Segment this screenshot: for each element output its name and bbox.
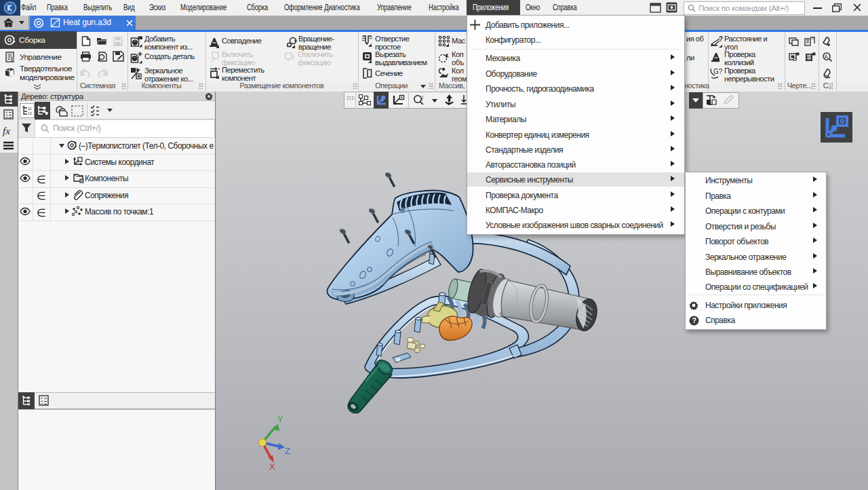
svg-text:Z: Z [285, 446, 290, 456]
svg-text:Y: Y [277, 414, 283, 424]
svg-text:X: X [269, 461, 275, 472]
svg-text:?: ? [692, 316, 696, 324]
svg-text:?: ? [719, 36, 723, 43]
svg-text:12: 12 [28, 111, 32, 115]
svg-text:A: A [825, 54, 829, 60]
svg-text:G?: G? [713, 68, 723, 75]
svg-text:11: 11 [28, 107, 32, 111]
